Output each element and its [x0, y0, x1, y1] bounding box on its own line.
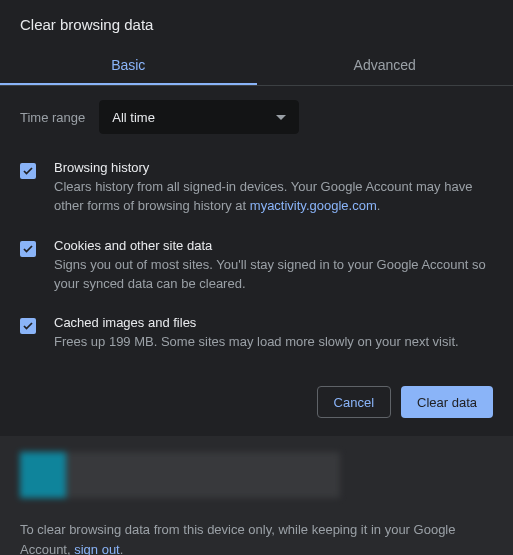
- option-body: Browsing history Clears history from all…: [54, 160, 493, 216]
- time-range-label: Time range: [20, 110, 85, 125]
- check-icon: [22, 320, 34, 332]
- option-title: Cookies and other site data: [54, 238, 493, 253]
- checkbox-browsing-history[interactable]: [20, 163, 36, 179]
- checkbox-cookies[interactable]: [20, 241, 36, 257]
- check-icon: [22, 165, 34, 177]
- checkbox-cache[interactable]: [20, 318, 36, 334]
- option-description: Signs you out of most sites. You'll stay…: [54, 256, 493, 294]
- clear-browsing-data-dialog: Clear browsing data Basic Advanced Time …: [0, 0, 513, 555]
- option-browsing-history: Browsing history Clears history from all…: [20, 160, 493, 216]
- option-description: Frees up 199 MB. Some sites may load mor…: [54, 333, 493, 352]
- option-body: Cookies and other site data Signs you ou…: [54, 238, 493, 294]
- myactivity-link[interactable]: myactivity.google.com: [250, 198, 377, 213]
- dialog-buttons: Cancel Clear data: [0, 382, 513, 436]
- clear-data-button[interactable]: Clear data: [401, 386, 493, 418]
- dialog-content: Time range All time Browsing history Cle…: [0, 86, 513, 382]
- option-body: Cached images and files Frees up 199 MB.…: [54, 315, 493, 352]
- time-range-value: All time: [112, 110, 155, 125]
- account-card[interactable]: [20, 452, 340, 498]
- option-cookies: Cookies and other site data Signs you ou…: [20, 238, 493, 294]
- account-info: [66, 452, 340, 498]
- time-range-row: Time range All time: [20, 100, 493, 134]
- dialog-footer: To clear browsing data from this device …: [0, 436, 513, 555]
- sign-out-link[interactable]: sign out: [74, 542, 120, 555]
- option-description: Clears history from all signed-in device…: [54, 178, 493, 216]
- cancel-button[interactable]: Cancel: [317, 386, 391, 418]
- tabs: Basic Advanced: [0, 45, 513, 86]
- dialog-title: Clear browsing data: [0, 0, 513, 45]
- footer-text: To clear browsing data from this device …: [20, 520, 493, 555]
- option-title: Cached images and files: [54, 315, 493, 330]
- chevron-down-icon: [276, 115, 286, 120]
- tab-advanced[interactable]: Advanced: [257, 45, 514, 85]
- check-icon: [22, 243, 34, 255]
- option-cache: Cached images and files Frees up 199 MB.…: [20, 315, 493, 352]
- tab-basic[interactable]: Basic: [0, 45, 257, 85]
- avatar: [20, 452, 66, 498]
- time-range-select[interactable]: All time: [99, 100, 299, 134]
- option-title: Browsing history: [54, 160, 493, 175]
